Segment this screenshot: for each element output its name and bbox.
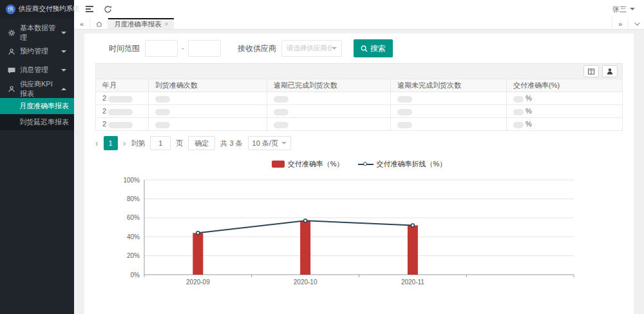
line-series-label: 交付准确率折线（%） xyxy=(377,159,447,169)
supplier-select[interactable]: 请选择供应商信息 xyxy=(281,40,342,57)
chevron-down-icon xyxy=(630,8,635,10)
svg-text:100%: 100% xyxy=(123,177,140,184)
sidebar-item-reservation[interactable]: 预约管理 xyxy=(0,42,74,61)
svg-text:2020-09: 2020-09 xyxy=(186,279,210,286)
redacted-value xyxy=(513,109,524,115)
kpi-table: 年月 到货准确次数 逾期已完成到货次数 逾期未完成到货次数 交付准确率(%) 2 xyxy=(95,79,623,131)
sidebar-item-supplier-kpi[interactable]: 供应商KPI报表 xyxy=(0,79,74,98)
sidebar-subitem-label: 到货延迟率报表 xyxy=(19,117,69,127)
close-icon[interactable]: × xyxy=(165,21,169,28)
menu-fold-icon[interactable] xyxy=(86,6,93,12)
chevron-down-icon xyxy=(332,47,337,50)
tab-bar: « 月度准确率报表 × » xyxy=(74,18,644,30)
goto-label: 到第 xyxy=(131,139,145,148)
redacted-value xyxy=(108,122,133,128)
chevron-up-icon xyxy=(61,88,66,90)
page-1-button[interactable]: 1 xyxy=(104,136,118,150)
supplier-label: 接收供应商 xyxy=(238,43,276,54)
page-size-select[interactable]: 10 条/页 xyxy=(248,136,291,150)
time-range-label: 时间范围 xyxy=(109,43,140,54)
redacted-value xyxy=(274,96,289,103)
line-series-swatch xyxy=(358,164,374,165)
home-tab[interactable] xyxy=(90,18,108,29)
legend-item-line[interactable]: 交付准确率折线（%） xyxy=(358,159,447,169)
report-card: 时间范围 - 接收供应商 请选择供应商信息 搜索 xyxy=(84,34,634,314)
app-title: 供应商交付预约系统 xyxy=(19,5,80,14)
tab-monthly-accuracy-report[interactable]: 月度准确率报表 × xyxy=(108,18,174,29)
user-icon xyxy=(8,48,15,55)
svg-text:60%: 60% xyxy=(127,214,140,221)
sidebar-item-messages[interactable]: 消息管理 xyxy=(0,61,74,79)
col-delivery-accuracy: 交付准确率(%) xyxy=(507,79,623,92)
sidebar-item-basic-data[interactable]: 基本数据管理 xyxy=(0,23,74,42)
sidebar-subitem-label: 月度准确率报表 xyxy=(19,101,69,111)
sidebar-submenu: 月度准确率报表 到货延迟率报表 xyxy=(0,98,74,130)
redacted-value xyxy=(155,122,170,128)
redacted-value xyxy=(397,109,412,115)
sidebar-item-label: 消息管理 xyxy=(20,65,48,75)
sidebar-item-label: 预约管理 xyxy=(20,46,48,56)
legend-item-bar[interactable]: 交付准确率（%） xyxy=(272,159,344,169)
home-icon xyxy=(95,20,103,28)
user-icon xyxy=(8,85,15,93)
year-month-value: 2 xyxy=(102,94,106,102)
year-month-value: 2 xyxy=(102,107,106,115)
bar-series-swatch xyxy=(272,161,285,168)
next-page-icon[interactable]: › xyxy=(123,139,126,148)
redacted-value xyxy=(397,96,412,103)
chevron-down-icon xyxy=(61,32,66,34)
redacted-value xyxy=(513,96,524,103)
redacted-value xyxy=(274,109,289,115)
date-end-input[interactable] xyxy=(188,40,221,57)
redacted-value xyxy=(274,122,289,128)
redacted-value xyxy=(397,122,412,128)
sidebar-item-monthly-accuracy-report[interactable]: 月度准确率报表 xyxy=(0,98,74,114)
tabs-scroll-left-icon[interactable]: « xyxy=(74,18,90,29)
tab-label: 月度准确率报表 xyxy=(114,20,162,29)
supplier-select-placeholder: 请选择供应商信息 xyxy=(287,44,332,53)
date-start-input[interactable] xyxy=(145,40,178,57)
search-button[interactable]: 搜索 xyxy=(354,39,393,57)
rate-suffix: % xyxy=(526,107,532,115)
search-icon xyxy=(361,45,368,52)
redacted-value xyxy=(108,96,133,103)
svg-text:2020-10: 2020-10 xyxy=(294,279,317,286)
svg-text:20%: 20% xyxy=(127,252,140,259)
col-overdue-uncompleted: 逾期未完成到货次数 xyxy=(391,79,507,92)
svg-text:80%: 80% xyxy=(127,195,140,202)
rate-suffix: % xyxy=(526,94,532,102)
tabs-scroll-right-icon[interactable]: » xyxy=(612,18,628,29)
redacted-value xyxy=(155,109,170,115)
app-logo: 供 供应商交付预约系统 xyxy=(0,0,74,18)
redacted-value xyxy=(155,96,170,103)
topbar: 张三 xyxy=(74,0,644,18)
report-table-block: 年月 到货准确次数 逾期已完成到货次数 逾期未完成到货次数 交付准确率(%) 2 xyxy=(95,63,623,151)
search-button-label: 搜索 xyxy=(370,43,386,54)
sidebar-item-delay-rate-report[interactable]: 到货延迟率报表 xyxy=(0,114,74,130)
export-button[interactable] xyxy=(602,65,618,77)
tabs-menu-icon[interactable] xyxy=(628,18,644,29)
user-name: 张三 xyxy=(612,5,627,14)
prev-page-icon[interactable]: ‹ xyxy=(95,139,99,148)
goto-page-input[interactable] xyxy=(150,136,171,150)
export-icon xyxy=(606,68,614,75)
bar-series-label: 交付准确率（%） xyxy=(288,159,344,169)
redacted-value xyxy=(108,109,133,115)
kpi-chart: 0%20%40%60%80%100%2020-092020-102020-11 xyxy=(95,172,624,289)
columns-toggle-button[interactable] xyxy=(583,65,599,77)
content-area: 时间范围 - 接收供应商 请选择供应商信息 搜索 xyxy=(74,30,644,314)
gear-icon xyxy=(8,29,15,37)
refresh-icon[interactable] xyxy=(104,5,112,14)
main-area: 张三 « 月度准确率报表 × » 时间范围 - xyxy=(74,0,644,314)
table-row: 2 % xyxy=(96,92,623,105)
col-accurate-arrivals: 到货准确次数 xyxy=(148,79,267,92)
confirm-button[interactable]: 确定 xyxy=(188,136,215,150)
user-menu[interactable]: 张三 xyxy=(612,5,635,14)
chart-legend: 交付准确率（%） 交付准确率折线（%） xyxy=(84,159,634,169)
message-icon xyxy=(8,66,15,74)
sidebar: 供 供应商交付预约系统 基本数据管理 预约管理 xyxy=(0,0,74,314)
col-year-month: 年月 xyxy=(96,79,149,92)
svg-text:40%: 40% xyxy=(127,233,140,240)
search-form: 时间范围 - 接收供应商 请选择供应商信息 搜索 xyxy=(84,34,634,63)
table-toolbar xyxy=(95,63,623,79)
